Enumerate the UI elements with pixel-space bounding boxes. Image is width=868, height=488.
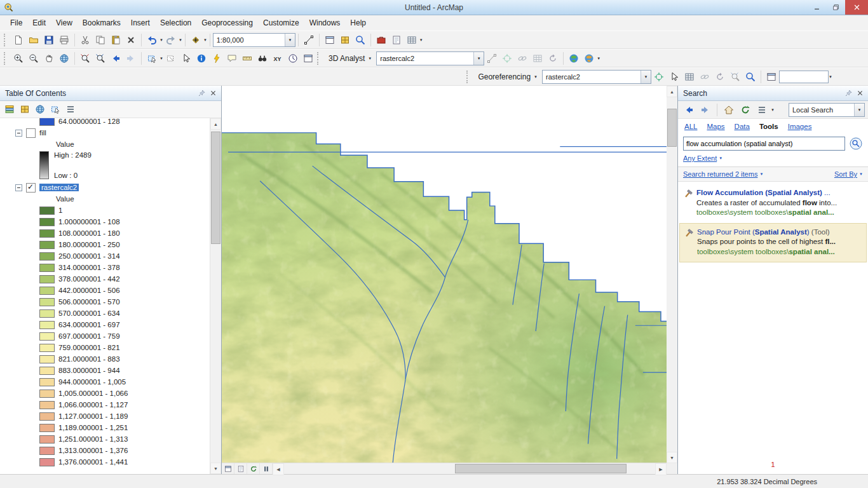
search-refresh-button[interactable] [738,102,753,118]
tab-maps[interactable]: Maps [707,123,724,130]
redo-button[interactable] [163,32,179,48]
search-result-snap-pour-point[interactable]: Snap Pour Point (Spatial Analyst) (Tool)… [679,223,867,263]
close-button[interactable] [845,0,868,15]
select-elements-tool[interactable] [179,51,194,66]
legend-item[interactable]: 314.0000001 - 378 [0,262,210,273]
arcscene-button[interactable] [581,51,597,66]
toolbar-grip[interactable] [4,52,7,65]
result-title[interactable]: Flow Accumulation (Spatial Analyst) ... [696,188,837,198]
scroll-left-arrow[interactable]: ◀ [273,463,284,475]
menu-item[interactable]: Edit [27,17,51,29]
collapse-expander[interactable] [15,184,22,191]
menu-item[interactable]: View [51,17,78,29]
arctoolbox-button[interactable] [374,32,389,48]
menu-item[interactable]: Selection [155,17,196,29]
layer-visibility-checkbox[interactable] [26,128,36,138]
undo-button[interactable] [144,32,159,48]
copy-button[interactable] [93,32,108,48]
restore-button[interactable] [826,0,845,15]
list-by-drawing-order-button[interactable] [3,102,17,116]
zoom-to-layer-button[interactable] [743,69,758,85]
sort-by-caret-icon[interactable]: ▼ [859,172,863,176]
3d-analyst-dropdown[interactable]: 3D Analyst ▼ [324,51,376,65]
menu-item[interactable]: Help [345,17,371,29]
html-popup-tool[interactable] [224,51,240,66]
scroll-track[interactable] [284,463,655,474]
search-go-button[interactable] [849,137,863,151]
legend-item[interactable]: 697.0000001 - 759 [0,330,210,342]
scroll-up-arrow[interactable]: ▲ [210,118,221,130]
scale-dropdown-button[interactable]: ▼ [285,34,295,46]
scroll-track[interactable] [667,97,677,452]
zoom-out-tool[interactable] [26,51,41,66]
line-of-sight-tool[interactable] [515,51,530,66]
scroll-track[interactable] [210,130,221,463]
table-of-contents-window-button[interactable] [322,32,337,48]
result-count-link[interactable]: Search returned 2 items [683,170,757,178]
measure-tool[interactable] [240,51,255,66]
tab-all[interactable]: ALL [684,123,697,130]
legend-item[interactable]: 883.0000001 - 944 [0,365,210,376]
create-steepest-path-tool[interactable] [545,51,560,66]
legend-item[interactable]: 442.0000001 - 506 [0,285,210,296]
index-options-caret[interactable]: ▼ [771,108,775,112]
data-view-button[interactable] [222,463,234,474]
legend-item[interactable]: 634.0000001 - 697 [0,319,210,330]
legend-item[interactable]: 1,313.000001 - 1,376 [0,445,210,456]
search-pin-button[interactable] [843,88,854,99]
find-tool[interactable] [255,51,270,66]
next-extent-button[interactable] [123,51,139,66]
analyst-layer-dropdown-button[interactable]: ▼ [473,52,484,65]
toolbar-grip[interactable] [4,34,7,46]
menu-item[interactable]: Geoprocessing [196,17,258,29]
menu-item[interactable]: Insert [126,17,155,29]
clear-selection-button[interactable] [163,51,179,66]
search-result-flow-accumulation[interactable]: Flow Accumulation (Spatial Analyst) ... … [679,184,867,223]
time-slider-button[interactable] [285,51,301,66]
legend-item[interactable]: 570.0000001 - 634 [0,308,210,319]
legend-item[interactable]: 506.0000001 - 570 [0,296,210,308]
scope-dropdown-button[interactable]: ▼ [854,104,864,116]
result-path[interactable]: toolboxes\system toolboxes\spatial anal.… [696,208,837,218]
delete-button[interactable] [123,32,139,48]
list-by-selection-button[interactable] [48,102,62,116]
layer-name-selected[interactable]: rastercalc2 [39,184,79,191]
page-indicator[interactable]: 1 [771,461,775,468]
hyperlink-tool[interactable] [209,51,224,66]
scroll-thumb[interactable] [667,109,677,147]
map-canvas[interactable] [222,86,667,463]
legend-item[interactable]: 180.0000001 - 250 [0,239,210,250]
toolbar-grip[interactable] [317,52,320,65]
scroll-right-arrow[interactable]: ▶ [655,463,667,475]
menu-item[interactable]: File [5,17,27,29]
python-window-button[interactable] [389,32,404,48]
legend-item[interactable]: 821.0000001 - 883 [0,353,210,365]
rotation-input[interactable] [779,71,829,83]
legend-item[interactable]: 250.0000001 - 314 [0,250,210,262]
toc-options-button[interactable] [64,102,78,116]
list-by-source-button[interactable] [18,102,32,116]
menu-item[interactable]: Customize [258,17,304,29]
legend-item[interactable]: 1,376.000001 - 1,441 [0,456,210,468]
sort-by-link[interactable]: Sort By [834,170,857,178]
layer-row-fill[interactable]: fill [0,127,210,139]
menu-item[interactable]: Windows [304,17,346,29]
profile-graph-button[interactable] [530,51,545,66]
legend-item[interactable]: 378.0000001 - 442 [0,273,210,285]
open-button[interactable] [26,32,41,48]
toc-scrollbar[interactable]: ▲ ▼ [210,118,221,474]
full-extent-button[interactable] [57,51,72,66]
map-scale-combo[interactable]: 1:80,000 ▼ [213,33,295,47]
result-count-caret-icon[interactable]: ▼ [759,172,763,176]
auto-registration-button[interactable] [697,69,712,85]
legend-item[interactable]: 1,189.000001 - 1,251 [0,422,210,433]
tab-tools[interactable]: Tools [759,123,778,130]
legend-item[interactable]: 1,066.000001 - 1,127 [0,399,210,410]
search-input[interactable] [683,137,845,151]
new-map-button[interactable] [11,32,26,48]
search-forward-button[interactable] [698,102,713,118]
minimize-button[interactable] [807,0,826,15]
layer-row-rastercalc2[interactable]: rastercalc2 [0,182,210,193]
toolbar-options-caret[interactable]: ▼ [597,57,600,60]
list-by-visibility-button[interactable] [33,102,47,116]
